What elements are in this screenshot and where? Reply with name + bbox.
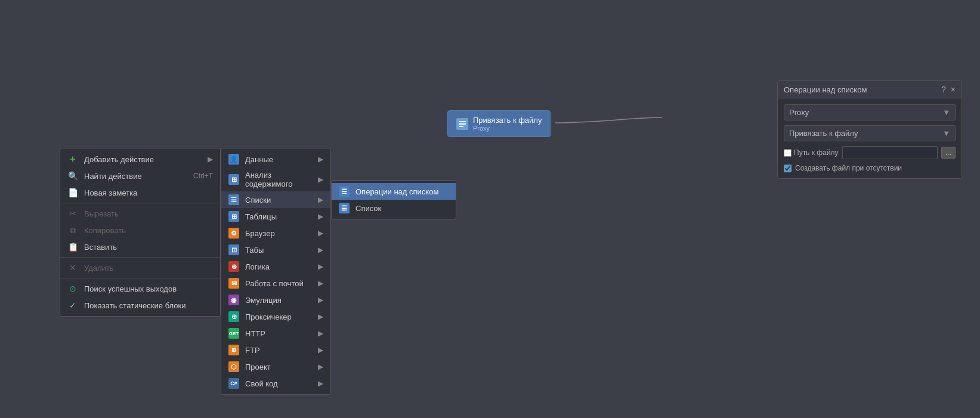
menu-show-static[interactable]: ✓ Показать статические блоки (60, 297, 220, 314)
proxy-dropdown-value: Proxy (789, 108, 809, 117)
code-icon: C# (228, 378, 239, 389)
submenu-arrow-icon: ▶ (318, 175, 323, 184)
menu-item-label: Проксичекер (245, 312, 312, 321)
menu-divider (60, 278, 220, 278)
menu-list-simple[interactable]: ☰ Список (332, 200, 456, 216)
submenu-arrow-icon: ▶ (318, 196, 323, 204)
mail-icon: ✉ (228, 278, 239, 289)
menu-project[interactable]: ⬡ Проект ▶ (221, 358, 330, 375)
menu-logic[interactable]: ⊛ Логика ▶ (221, 258, 330, 275)
menu-item-label: Поиск успешных выходов (84, 284, 213, 293)
menu-browser[interactable]: ⚙ Браузер ▶ (221, 225, 330, 241)
submenu-arrow-icon: ▶ (318, 363, 323, 371)
menu-add-action[interactable]: + Добавить действие ▶ (60, 151, 220, 168)
menu-item-label: Найти действие (84, 172, 187, 181)
menu-item-label: Новая заметка (84, 188, 213, 197)
ftp-icon: ⊞ (228, 345, 239, 355)
right-panel: Операции над списком ? × Proxy ▼ Привяза… (777, 80, 962, 179)
analysis-icon: ⊞ (228, 174, 239, 185)
menu-item-label: Работа с почтой (245, 279, 312, 288)
menu-item-label: Копировать (84, 226, 213, 235)
menu-ftp[interactable]: ⊞ FTP ▶ (221, 342, 330, 358)
menu-item-label: Табы (245, 246, 312, 255)
help-button[interactable]: ? (941, 85, 946, 94)
canvas-node[interactable]: Привязать к файлу Proxy (447, 110, 551, 137)
menu-mail[interactable]: ✉ Работа с почтой ▶ (221, 275, 330, 292)
submenu-arrow-icon: ▶ (318, 312, 323, 321)
browse-button[interactable]: ... (941, 147, 956, 159)
chevron-down-icon: ▼ (942, 108, 950, 117)
logic-icon: ⊛ (228, 261, 239, 272)
menu-lists[interactable]: ☰ Списки ▶ (221, 191, 330, 208)
menu-emulation[interactable]: ◉ Эмуляция ▶ (221, 292, 330, 308)
copy-icon: ⧉ (67, 225, 78, 236)
menu-tables[interactable]: ⊞ Таблицы ▶ (221, 208, 330, 225)
submenu-arrow-icon: ▶ (318, 346, 323, 354)
chevron-down-icon-2: ▼ (942, 129, 950, 138)
data-icon: 👤 (228, 154, 239, 165)
path-label: Путь к файлу (784, 148, 839, 157)
menu-item-label: Браузер (245, 229, 312, 238)
path-input[interactable] (842, 146, 938, 159)
menu-tabs[interactable]: ⊡ Табы ▶ (221, 241, 330, 258)
http-icon: GET (228, 328, 239, 339)
menu-item-label: Проект (245, 363, 312, 371)
menu-http[interactable]: GET HTTP ▶ (221, 325, 330, 342)
menu-list-operations[interactable]: ☰ Операции над списком (332, 183, 456, 200)
add-icon: + (67, 154, 78, 165)
delete-icon: ✕ (67, 262, 78, 273)
menu-divider (60, 257, 220, 258)
menu-analysis[interactable]: ⊞ Анализ содержимого ▶ (221, 168, 330, 191)
search-icon: 🔍 (67, 171, 78, 181)
submenu-arrow-icon: ▶ (318, 262, 323, 271)
menu-data[interactable]: 👤 Данные ▶ (221, 151, 330, 168)
shortcut-label: Ctrl+T (193, 172, 213, 180)
create-file-checkbox[interactable] (784, 165, 792, 172)
menu-item-label: HTTP (245, 329, 312, 338)
menu-item-label: Списки (245, 196, 312, 205)
menu-item-label: Удалить (84, 264, 213, 273)
cut-icon: ✂ (67, 208, 78, 219)
menu-item-label: Логика (245, 262, 312, 271)
list-simple-icon: ☰ (339, 203, 350, 213)
context-menu-1: + Добавить действие ▶ 🔍 Найти действие C… (60, 148, 221, 317)
submenu-arrow-icon: ▶ (318, 246, 323, 254)
menu-item-label: FTP (245, 346, 312, 355)
close-button[interactable]: × (951, 85, 956, 94)
submenu-arrow-icon: ▶ (318, 155, 323, 163)
context-menu-2: 👤 Данные ▶ ⊞ Анализ содержимого ▶ ☰ Спис… (221, 148, 331, 395)
project-icon: ⬡ (228, 361, 239, 372)
menu-new-note[interactable]: 📄 Новая заметка (60, 184, 220, 201)
submenu-arrow-icon: ▶ (318, 296, 323, 304)
menu-item-label: Анализ содержимого (245, 171, 312, 188)
menu-search-success[interactable]: ⊙ Поиск успешных выходов (60, 280, 220, 297)
menu-item-label: Операции над списком (355, 187, 449, 196)
path-checkbox[interactable] (784, 149, 792, 157)
menu-find-action[interactable]: 🔍 Найти действие Ctrl+T (60, 168, 220, 184)
menu-divider (60, 203, 220, 203)
panel-header-actions: ? × (941, 85, 956, 94)
panel-title: Операции над списком (784, 85, 867, 94)
table-icon: ⊞ (228, 211, 239, 222)
menu-item-label: Список (355, 204, 449, 213)
proxy-dropdown[interactable]: Proxy ▼ (784, 104, 956, 120)
menu-item-label: Вырезать (84, 209, 213, 218)
menu-custom-code[interactable]: C# Свой код ▶ (221, 375, 330, 392)
note-icon: 📄 (67, 187, 78, 198)
submenu-arrow-icon: ▶ (318, 279, 323, 287)
file-path-row: Путь к файлу ... (784, 146, 956, 159)
menu-proxy[interactable]: ⊕ Проксичекер ▶ (221, 308, 330, 325)
context-menu-3: ☰ Операции над списком ☰ Список (331, 180, 456, 219)
emulation-icon: ◉ (228, 295, 239, 305)
menu-item-label: Данные (245, 155, 312, 164)
menu-paste[interactable]: 📋 Вставить (60, 239, 220, 255)
menu-item-label: Эмуляция (245, 296, 312, 305)
list-icon: ☰ (228, 194, 239, 205)
menu-item-label: Таблицы (245, 212, 312, 221)
list-ops-icon: ☰ (339, 186, 350, 197)
checkmark-icon: ✓ (67, 300, 78, 311)
menu-copy: ⧉ Копировать (60, 222, 220, 239)
svg-rect-0 (459, 121, 466, 122)
action-dropdown[interactable]: Привязать к файлу ▼ (784, 125, 956, 141)
menu-item-label: Свой код (245, 379, 312, 388)
